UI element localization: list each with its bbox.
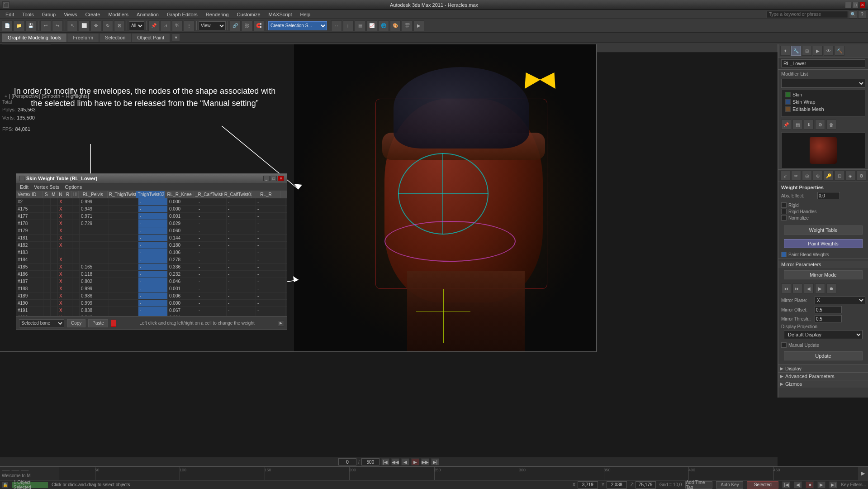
menu-maxscript[interactable]: MAXScript [265, 11, 296, 18]
mirror-plane-select[interactable]: X [815, 296, 865, 304]
menu-graph-editors[interactable]: Graph Editors [163, 11, 201, 18]
mod-icon4[interactable]: ⊕ [813, 171, 823, 181]
unlink-btn[interactable]: ⛓ [242, 20, 252, 31]
gizmos-section-header[interactable]: ▶ Gizmos [778, 380, 868, 388]
menu-create[interactable]: Create [81, 11, 104, 18]
menu-edit[interactable]: Edit [2, 11, 18, 18]
tab-freeform[interactable]: Freeform [67, 33, 99, 42]
play-fwd-btn[interactable]: ▶ [411, 458, 419, 465]
current-frame-input[interactable] [338, 458, 356, 465]
rp-modify-icon[interactable]: 🔧 [791, 46, 801, 56]
save-btn[interactable]: 💾 [25, 20, 36, 31]
material-btn[interactable]: 🎨 [390, 20, 401, 31]
selection-set-dropdown[interactable]: Create Selection S... [268, 21, 327, 30]
y-coord-input[interactable] [607, 481, 627, 489]
abs-effect-input[interactable] [817, 192, 840, 199]
mirror-icon4[interactable]: ▶ [815, 283, 825, 293]
mod-icon7[interactable]: ◈ [845, 171, 855, 181]
prev-frame-btn[interactable]: |◀ [381, 458, 389, 465]
angle-snap-btn[interactable]: ⊿ [160, 20, 171, 31]
spinner-snap-btn[interactable]: ⋮ [184, 20, 194, 31]
status-play-fwd[interactable]: ▶ [817, 481, 825, 489]
snap-btn[interactable]: 📌 [148, 20, 159, 31]
table-row[interactable]: #191X0.838-0.067--- [16, 307, 287, 314]
mirror-mode-btn[interactable]: Mirror Mode [784, 270, 863, 279]
tab-selection[interactable]: Selection [99, 33, 131, 42]
wt-close[interactable]: ✕ [278, 176, 284, 181]
modifier-dropdown[interactable] [781, 79, 865, 88]
align-btn[interactable]: ⫼ [343, 20, 354, 31]
table-row[interactable]: #182X-0.180--- [16, 242, 287, 249]
modifier-skin[interactable]: Skin [783, 91, 864, 98]
schematic-btn[interactable]: 🌐 [378, 20, 389, 31]
help-search[interactable] [767, 11, 848, 18]
prev-key-btn[interactable]: ◀◀ [391, 458, 399, 465]
mod-icon5[interactable]: 🔑 [824, 171, 834, 181]
status-play-stop[interactable]: ■ [806, 481, 814, 489]
modifier-editable-mesh[interactable]: Editable Mesh [783, 105, 864, 113]
mirror-icon3[interactable]: ◀ [804, 283, 814, 293]
wt-minimize[interactable]: _ [263, 176, 270, 181]
mod-icon2[interactable]: ✏ [791, 171, 801, 181]
rp-hierarchy-icon[interactable]: ⊞ [802, 46, 812, 56]
table-row[interactable]: #185X0.165-0.336--- [16, 264, 287, 271]
undo-btn[interactable]: ↩ [40, 20, 51, 31]
weight-table-btn[interactable]: Weight Table [784, 225, 863, 235]
menu-help[interactable]: Help [297, 11, 314, 18]
mirror-thresh-input[interactable] [815, 315, 842, 322]
table-row[interactable]: #179X-0.060--- [16, 227, 287, 235]
display-projection-select[interactable]: Default Display [784, 330, 863, 339]
normalize-checkbox[interactable]: Normalize [781, 215, 865, 221]
menu-tools[interactable]: Tools [19, 11, 38, 18]
layer-btn[interactable]: ▤ [355, 20, 365, 31]
rotate-btn[interactable]: ↻ [102, 20, 113, 31]
mirror-params-header[interactable]: Mirror Parameters [778, 261, 868, 268]
mirror-offset-input[interactable] [815, 306, 842, 313]
mod-pin-btn[interactable]: 📌 [781, 120, 791, 129]
rp-motion-icon[interactable]: ▶ [813, 46, 823, 56]
help-search-btn[interactable]: 🔍 [849, 10, 857, 19]
menu-modifiers[interactable]: Modifiers [104, 11, 132, 18]
mod-icon8[interactable]: ⚙ [856, 171, 866, 181]
mod-config-btn[interactable]: ⚙ [815, 120, 825, 129]
table-row[interactable]: #181X-0.144--- [16, 235, 287, 242]
selected-mode-btn[interactable]: Selected [747, 481, 778, 489]
help-btn[interactable]: ? [858, 10, 866, 19]
next-frame-btn[interactable]: ▶| [431, 458, 439, 465]
rigid-checkbox[interactable]: Rigid [781, 202, 865, 208]
play-back-btn[interactable]: ◀ [401, 458, 409, 465]
mod-collapse-btn[interactable]: ⬇ [804, 120, 814, 129]
redo-btn[interactable]: ↪ [52, 20, 63, 31]
new-scene-btn[interactable]: 📄 [2, 20, 13, 31]
wt-paste-btn[interactable]: Paste [88, 319, 108, 327]
next-key-btn[interactable]: ▶▶ [421, 458, 429, 465]
autokey-btn[interactable]: Auto Key [716, 481, 743, 489]
table-row[interactable]: #188X0.999-0.001--- [16, 285, 287, 292]
paint-blend-checkbox[interactable]: Paint Blend Weights [781, 252, 865, 257]
table-row[interactable]: #186X0.118-0.232--- [16, 271, 287, 278]
paint-weights-btn[interactable]: Paint Weights [784, 239, 863, 248]
table-row[interactable]: #190X0.999-0.000--- [16, 300, 287, 307]
wt-copy-btn[interactable]: Copy [67, 319, 85, 327]
rp-utilities-icon[interactable]: 🔨 [835, 46, 844, 56]
close-btn[interactable]: ✕ [859, 2, 866, 8]
minimize-btn[interactable]: _ [845, 2, 851, 8]
add-time-tag-btn[interactable]: Add Time Tag [685, 481, 712, 489]
mod-trash-btn[interactable]: 🗑 [826, 120, 836, 129]
display-section-header[interactable]: ▶ Display [778, 364, 868, 372]
advanced-params-header[interactable]: ▶ Advanced Parameters [778, 372, 868, 380]
wt-table-body[interactable]: #2X0.999-0.000---#175X0.949-0.000---#177… [16, 198, 287, 316]
menu-animation[interactable]: Animation [133, 11, 162, 18]
mirror-icon2[interactable]: ⏭ [792, 283, 802, 293]
wt-menu-edit[interactable]: Edit [18, 184, 30, 190]
filter-dropdown[interactable]: All [129, 21, 144, 30]
select-region-btn[interactable]: ⬜ [79, 20, 90, 31]
menu-customize[interactable]: Customize [233, 11, 264, 18]
select-btn[interactable]: ↖ [67, 20, 78, 31]
render-setup-btn[interactable]: 🎬 [402, 20, 413, 31]
x-coord-input[interactable] [578, 481, 598, 489]
link-btn[interactable]: 🔗 [230, 20, 241, 31]
mod-icon1[interactable]: ↙ [780, 171, 790, 181]
open-btn[interactable]: 📁 [14, 20, 24, 31]
table-row[interactable]: #2X0.999-0.000--- [16, 198, 287, 206]
